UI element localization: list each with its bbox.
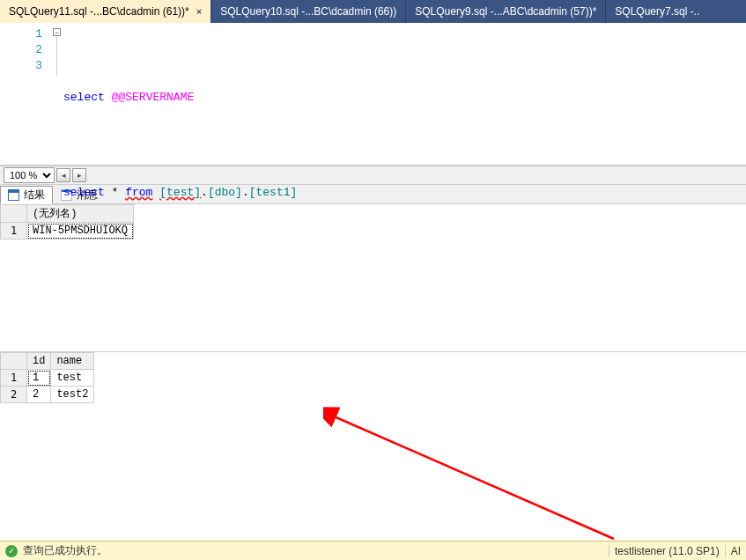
grid-corner [1, 353, 27, 370]
tab-label: SQLQuery10.sql -...BC\dcadmin (66)) [220, 5, 396, 18]
status-tail: AI [731, 545, 741, 557]
result-grid-2: id name 1 1 test 2 2 test2 [0, 352, 94, 403]
separator [609, 545, 609, 557]
tab-label: 结果 [24, 188, 45, 203]
code-content[interactable]: select @@SERVERNAME select * from [test]… [49, 23, 746, 165]
line-number: 2 [0, 42, 42, 58]
cell-id[interactable]: 1 [27, 370, 51, 387]
cell-name[interactable]: test2 [51, 387, 94, 403]
status-bar: ✓ 查询已成功执行。 testlistener (11.0 SP1) AI [0, 541, 746, 560]
code-line-3: select * from [test].[dbo].[test1] [63, 185, 746, 201]
sql-editor[interactable]: 1 2 3 − select @@SERVERNAME select * fro… [0, 23, 746, 166]
grid-corner [1, 205, 27, 223]
table-row[interactable]: 2 2 test2 [1, 387, 94, 403]
row-number: 1 [1, 370, 27, 387]
status-left: ✓ 查询已成功执行。 [5, 543, 107, 558]
cell-id[interactable]: 2 [27, 387, 51, 403]
tab-sqlquery9[interactable]: SQLQuery9.sql -...ABC\dcadmin (57))* [406, 0, 606, 23]
line-number: 1 [0, 26, 42, 42]
server-name: testlistener (11.0 SP1) [615, 545, 720, 557]
cell-name[interactable]: test [51, 370, 94, 387]
column-header-name[interactable]: name [51, 353, 94, 370]
status-right: testlistener (11.0 SP1) AI [609, 545, 741, 557]
code-line-1: select @@SERVERNAME [63, 90, 746, 106]
tab-sqlquery11[interactable]: SQLQuery11.sql -...BC\dcadmin (61))* × [0, 0, 211, 23]
line-number-gutter: 1 2 3 [0, 23, 49, 165]
column-header-id[interactable]: id [27, 353, 51, 370]
tab-sqlquery10[interactable]: SQLQuery10.sql -...BC\dcadmin (66)) [211, 0, 406, 23]
results-grid-icon [8, 189, 19, 201]
document-tab-bar: SQLQuery11.sql -...BC\dcadmin (61))* × S… [0, 0, 746, 23]
separator [725, 545, 726, 557]
status-message: 查询已成功执行。 [23, 543, 107, 558]
row-number: 1 [1, 223, 27, 239]
table-row[interactable]: 1 1 test [1, 370, 94, 387]
tab-label: SQLQuery9.sql -...ABC\dcadmin (57))* [415, 5, 596, 18]
tab-label: SQLQuery11.sql -...BC\dcadmin (61))* [9, 5, 189, 18]
tab-sqlquery7[interactable]: SQLQuery7.sql -.. [606, 0, 746, 23]
close-icon[interactable]: × [196, 6, 202, 17]
tab-results[interactable]: 结果 [0, 186, 53, 204]
success-check-icon: ✓ [5, 545, 18, 557]
line-number: 3 [0, 58, 42, 74]
zoom-select[interactable]: 100 % [4, 167, 55, 183]
code-line-2 [63, 137, 746, 153]
result-grid-2-wrap[interactable]: id name 1 1 test 2 2 test2 [0, 352, 746, 521]
row-number: 2 [1, 387, 27, 403]
tab-label: SQLQuery7.sql -.. [615, 5, 699, 18]
